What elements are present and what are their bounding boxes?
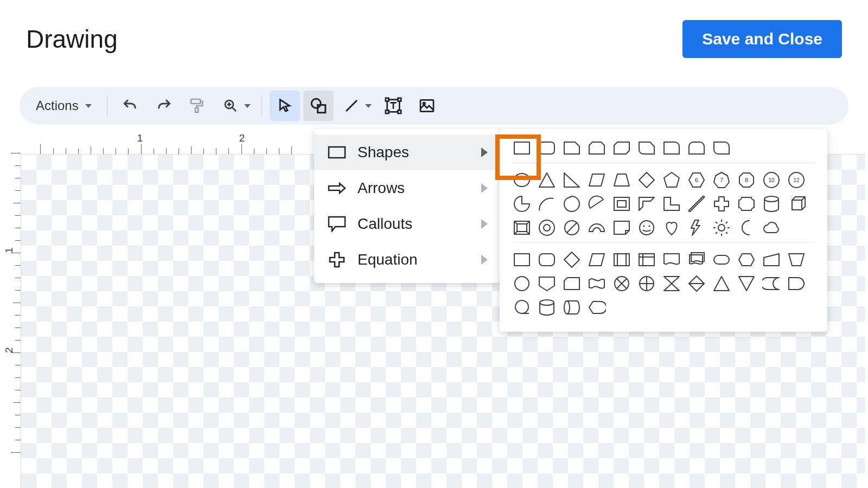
shape-flowchart-magnetic-disk[interactable] [538,298,556,317]
shape-bevel[interactable] [513,219,531,237]
shape-heptagon[interactable]: 7 [712,171,731,189]
toolbar-divider [107,95,107,116]
shape-flowchart-predefined-process[interactable] [612,251,631,269]
shape-flowchart-display[interactable] [588,298,606,317]
menu-item-shapes[interactable]: Shapes [314,134,500,170]
shape-trapezoid[interactable] [612,171,631,189]
zoom-button[interactable] [216,91,254,121]
shape-teardrop[interactable] [563,195,581,213]
shape-frame[interactable] [612,195,631,213]
shape-arc[interactable] [538,195,556,213]
shape-flowchart-connector[interactable] [513,274,531,293]
toolbar-container: Actions [0,65,868,125]
shape-rounded-rectangle[interactable] [538,139,556,157]
shape-flowchart-sequential-access-storage[interactable] [513,298,531,317]
shape-folded-corner[interactable] [612,219,631,237]
shape-flowchart-alternate-process[interactable] [538,251,556,269]
shape-flowchart-extract[interactable] [712,274,731,293]
shape-block-arc[interactable] [588,219,606,237]
svg-rect-23 [614,197,629,210]
shape-tool-button[interactable] [303,91,334,121]
shape-flowchart-data[interactable] [588,251,606,269]
shape-dodecagon[interactable]: 12 [787,171,806,189]
shape-sun[interactable] [712,219,731,237]
shape-flowchart-collate[interactable] [662,274,681,293]
shape-rectangle[interactable] [513,139,531,157]
chevron-right-icon [481,255,488,265]
redo-button[interactable] [149,91,179,121]
shape-flowchart-or[interactable] [637,274,656,293]
shape-flowchart-summing-junction[interactable] [612,274,631,293]
shape-flowchart-offpage-connector[interactable] [538,274,556,293]
shape-flowchart-direct-access-storage[interactable] [563,298,581,317]
shape-flowchart-delay[interactable] [787,274,806,293]
shape-cross[interactable] [712,195,731,213]
shape-flowchart-manual-input[interactable] [762,251,781,269]
shape-chord[interactable] [588,195,606,213]
paint-format-button[interactable] [182,91,213,121]
shape-no-symbol[interactable] [563,219,581,237]
shape-decagon[interactable]: 10 [762,171,781,189]
svg-point-43 [515,300,528,313]
shape-lightning-bolt[interactable] [687,219,706,237]
shape-flowchart-punched-tape[interactable] [588,274,606,293]
shape-donut[interactable] [538,219,556,237]
svg-point-40 [515,277,529,291]
plus-icon [326,252,348,268]
shape-snip-and-round-single-corner-rectangle[interactable] [637,139,656,157]
shape-round-same-side-corner-rectangle[interactable] [687,139,706,157]
text-box-button[interactable] [378,91,409,121]
chevron-right-icon [481,219,488,229]
shape-pie[interactable] [513,195,531,213]
shape-round-diagonal-corner-rectangle[interactable] [712,139,731,157]
shape-smiley-face[interactable] [637,219,656,237]
shape-diamond[interactable] [637,171,656,189]
shape-pentagon[interactable] [662,171,681,189]
shape-flowchart-document[interactable] [662,251,681,269]
shape-hexagon[interactable]: 6 [687,171,706,189]
undo-button[interactable] [115,91,145,121]
shape-flowchart-internal-storage[interactable] [637,251,656,269]
select-tool-button[interactable] [270,91,300,121]
shape-flowchart-multidocument[interactable] [687,251,706,269]
shape-flowchart-stored-data[interactable] [762,274,781,293]
shapes-palette: 6781012 [500,129,827,332]
svg-text:8: 8 [745,177,748,183]
shape-can[interactable] [762,195,781,213]
shape-ellipse[interactable] [513,171,531,189]
line-tool-button[interactable] [337,91,375,121]
shape-diagonal-stripe[interactable] [687,195,706,213]
actions-menu[interactable]: Actions [28,94,99,118]
shape-flowchart-sort[interactable] [687,274,706,293]
shape-flowchart-decision[interactable] [563,251,581,269]
svg-point-28 [539,220,554,235]
shape-half-frame[interactable] [637,195,656,213]
menu-item-arrows[interactable]: Arrows [314,170,500,206]
shape-flowchart-merge[interactable] [737,274,756,293]
shape-flowchart-manual-operation[interactable] [787,251,806,269]
shape-parallelogram[interactable] [588,171,606,189]
shape-cube[interactable] [787,195,806,213]
shape-l-shape[interactable] [662,195,681,213]
shape-flowchart-process[interactable] [513,251,531,269]
shape-flowchart-preparation[interactable] [737,251,756,269]
menu-item-callouts[interactable]: Callouts [314,206,500,242]
shape-snip-same-side-corner-rectangle[interactable] [588,139,606,157]
menu-label: Equation [358,251,418,268]
shape-triangle[interactable] [538,171,556,189]
image-button[interactable] [412,91,442,121]
shape-moon[interactable] [737,219,756,237]
shape-flowchart-card[interactable] [563,274,581,293]
shape-octagon[interactable]: 8 [737,171,756,189]
save-and-close-button[interactable]: Save and Close [682,20,842,58]
shape-right-triangle[interactable] [563,171,581,189]
shape-plaque[interactable] [737,195,756,213]
shape-cloud[interactable] [762,219,781,237]
shape-snip-single-corner-rectangle[interactable] [563,139,581,157]
shape-round-single-corner-rectangle[interactable] [662,139,681,157]
svg-text:12: 12 [793,177,800,183]
menu-item-equation[interactable]: Equation [314,242,500,278]
shape-flowchart-terminator[interactable] [712,251,731,269]
shape-snip-diagonal-corner-rectangle[interactable] [612,139,631,157]
shape-heart[interactable] [662,219,681,237]
